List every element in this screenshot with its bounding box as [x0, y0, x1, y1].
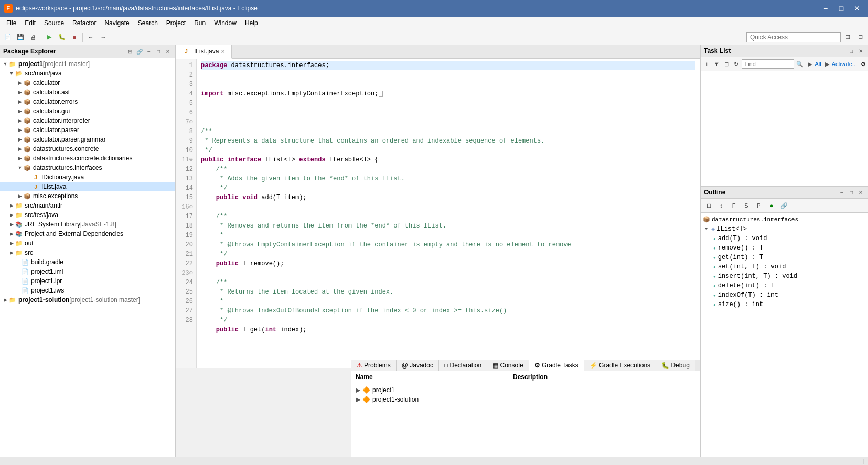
tab-gradle-executions[interactable]: ⚡ Gradle Executions: [584, 360, 656, 371]
tree-item-calculator-interpreter[interactable]: ▶ 📦 calculator.interpreter: [0, 116, 175, 125]
tree-item-calculator[interactable]: ▶ 📦 calculator: [0, 78, 175, 88]
tree-item-src-test-java[interactable]: ▶ 📁 src/test/java: [0, 210, 175, 220]
toggle-src-main-antlr[interactable]: ▶: [8, 203, 15, 208]
tab-declaration[interactable]: □ Declaration: [439, 360, 487, 371]
outline-interface[interactable]: ▼ ◈ IList<T>: [705, 224, 866, 234]
tree-item-build-gradle[interactable]: 📄 build.gradle: [0, 257, 175, 267]
outline-hide-nonpublic-button[interactable]: P: [753, 200, 765, 211]
menu-search[interactable]: Search: [134, 18, 162, 28]
tree-item-ds-concrete[interactable]: ▶ 📦 datastructures.concrete: [0, 144, 175, 154]
debug-button[interactable]: 🐛: [56, 31, 68, 43]
menu-navigate[interactable]: Navigate: [100, 18, 133, 28]
collapse-all-button[interactable]: ⊟: [126, 47, 134, 56]
toggle-ds-concrete[interactable]: ▶: [17, 146, 23, 152]
toggle-jre[interactable]: ▶: [8, 222, 15, 227]
tree-item-project1-iws[interactable]: 📄 project1.iws: [0, 286, 175, 295]
outline-member-delete[interactable]: ● delete(int) : T: [713, 281, 866, 290]
tree-item-calculator-parser[interactable]: ▶ 📦 calculator.parser: [0, 125, 175, 135]
toggle-ds-concrete-dict[interactable]: ▶: [17, 156, 23, 161]
task-close-button[interactable]: ✕: [856, 47, 865, 55]
toggle-src-test-java[interactable]: ▶: [8, 212, 15, 218]
outline-collapse-button[interactable]: ⊟: [703, 200, 714, 211]
tree-item-ext-deps[interactable]: ▶ 📚 Project and External Dependencies: [0, 229, 175, 239]
outline-close-button[interactable]: ✕: [856, 188, 865, 197]
code-editor[interactable]: package datastructures.interfaces; impor…: [197, 59, 700, 368]
outline-package[interactable]: 📦 datastructures.interfaces: [703, 215, 866, 224]
link-editor-button[interactable]: 🔗: [135, 47, 144, 56]
task-filter-button[interactable]: ▼: [713, 58, 721, 70]
menu-edit[interactable]: Edit: [20, 18, 40, 28]
tree-item-project1-iml[interactable]: 📄 project1.iml: [0, 267, 175, 276]
tab-ilist-java[interactable]: J IList.java ✕: [176, 45, 232, 59]
toggle-calculator-parser-grammar[interactable]: ▶: [17, 137, 23, 142]
tree-item-calculator-ast[interactable]: ▶ 📦 calculator.ast: [0, 88, 175, 97]
outline-hide-static-button[interactable]: S: [741, 200, 752, 211]
tab-problems[interactable]: ⚠Problems: [351, 360, 397, 371]
menu-project[interactable]: Project: [162, 18, 190, 28]
outline-member-add[interactable]: ● add(T) : void: [713, 234, 866, 243]
tree-item-ds-interfaces[interactable]: ▼ 📦 datastructures.interfaces: [0, 163, 175, 172]
tree-item-project1[interactable]: ▼ 📁 project1 [project1 master]: [0, 59, 175, 69]
outline-minimize-button[interactable]: −: [838, 188, 846, 197]
toggle-calculator-gui[interactable]: ▶: [17, 109, 23, 114]
menu-refactor[interactable]: Refactor: [68, 18, 100, 28]
tree-item-src-main-java[interactable]: ▼ 📂 src/main/java: [0, 69, 175, 78]
maximize-button[interactable]: □: [834, 3, 848, 14]
gradle-row-project1[interactable]: ▶ 🔶 project1: [356, 385, 700, 395]
menu-run[interactable]: Run: [190, 18, 210, 28]
minimize-button[interactable]: −: [819, 3, 832, 14]
quick-access-input[interactable]: [746, 32, 841, 42]
tree-item-project1-ipr[interactable]: 📄 project1.ipr: [0, 276, 175, 286]
forward-button[interactable]: →: [98, 31, 109, 43]
perspective-button[interactable]: ⊞: [842, 31, 853, 43]
menu-source[interactable]: Source: [40, 18, 68, 28]
toggle-misc-exceptions[interactable]: ▶: [17, 193, 23, 199]
outline-link-editor-button[interactable]: 🔗: [778, 200, 790, 211]
outline-hide-fields-button[interactable]: F: [728, 200, 740, 211]
tree-item-project1-solution[interactable]: ▶ 📁 project1-solution [project1-solution…: [0, 295, 175, 305]
tab-debug[interactable]: 🐛 Debug: [656, 360, 695, 371]
outline-member-get[interactable]: ● get(int) : T: [713, 253, 866, 262]
toggle-calculator-interpreter[interactable]: ▶: [17, 118, 23, 123]
tab-gradle-tasks[interactable]: ⚙ Gradle Tasks: [529, 360, 584, 371]
close-button[interactable]: ✕: [850, 3, 864, 14]
task-all-label[interactable]: All: [815, 61, 821, 67]
toggle-src-main-java[interactable]: ▼: [8, 71, 15, 76]
menu-window[interactable]: Window: [210, 18, 241, 28]
outline-maximize-button[interactable]: □: [847, 188, 855, 197]
toggle-ds-interfaces[interactable]: ▼: [17, 165, 23, 170]
task-refresh-button[interactable]: ↻: [732, 58, 741, 70]
tree-item-misc-exceptions[interactable]: ▶ 📦 misc.exceptions: [0, 191, 175, 201]
task-new-button[interactable]: +: [703, 58, 711, 70]
toggle-ext-deps[interactable]: ▶: [8, 231, 15, 236]
save-button[interactable]: 💾: [15, 31, 26, 43]
back-button[interactable]: ←: [85, 31, 97, 43]
toggle-calculator-ast[interactable]: ▶: [17, 90, 23, 95]
task-find-input[interactable]: [742, 59, 794, 69]
minimize-panel-button[interactable]: −: [145, 47, 153, 56]
outline-member-set[interactable]: ● set(int, T) : void: [713, 262, 866, 272]
outline-toggle-ilist[interactable]: ▼: [705, 226, 711, 232]
outline-member-size[interactable]: ● size() : int: [713, 300, 866, 309]
tree-item-ilist[interactable]: J IList.java: [0, 182, 175, 191]
tree-item-src[interactable]: ▶ 📁 src: [0, 248, 175, 257]
tree-item-calculator-errors[interactable]: ▶ 📦 calculator.errors: [0, 97, 175, 106]
toggle-calculator-errors[interactable]: ▶: [17, 99, 23, 104]
toggle-src[interactable]: ▶: [8, 250, 15, 255]
toggle-calculator[interactable]: ▶: [17, 80, 23, 85]
close-panel-button[interactable]: ✕: [164, 47, 172, 56]
task-collapse-button[interactable]: ⊟: [722, 58, 731, 70]
tree-item-src-main-antlr[interactable]: ▶ 📁 src/main/antlr: [0, 201, 175, 210]
outline-member-indexof[interactable]: ● indexOf(T) : int: [713, 290, 866, 300]
toggle-project1[interactable]: ▼: [2, 61, 8, 67]
outline-sort-button[interactable]: ↕: [715, 200, 727, 211]
tree-item-out[interactable]: ▶ 📁 out: [0, 239, 175, 248]
task-settings-icon[interactable]: ⚙: [861, 61, 866, 68]
toggle-out[interactable]: ▶: [8, 241, 15, 246]
stop-button[interactable]: ■: [69, 31, 80, 43]
tree-item-calculator-parser-grammar[interactable]: ▶ 📦 calculator.parser.grammar: [0, 135, 175, 144]
print-button[interactable]: 🖨: [27, 31, 39, 43]
tree-item-idictionary[interactable]: J IDictionary.java: [0, 172, 175, 182]
tree-item-ds-concrete-dict[interactable]: ▶ 📦 datastructures.concrete.dictionaries: [0, 154, 175, 163]
toggle-project1-solution[interactable]: ▶: [2, 297, 8, 302]
